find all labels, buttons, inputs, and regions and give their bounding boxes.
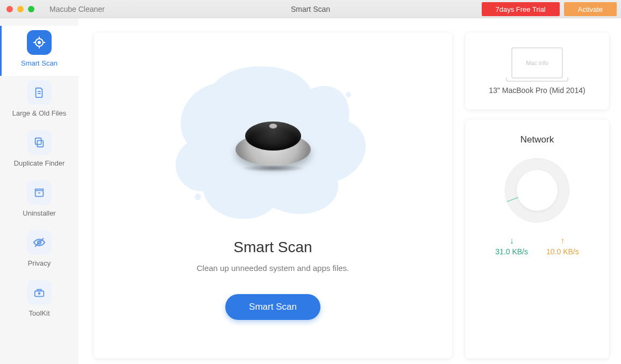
mac-info-illustration-text: Mac info [526,60,548,66]
sidebar: Smart Scan Large & Old Files Duplicate F… [0,18,78,364]
sidebar-item-smart-scan[interactable]: Smart Scan [0,26,78,76]
svg-point-15 [39,292,40,294]
sidebar-item-label: Large & Old Files [0,109,78,117]
main-subtitle: Clean up unneeded system and apps files. [197,263,349,273]
sidebar-item-large-old-files[interactable]: Large & Old Files [0,76,78,126]
network-gauge [505,158,569,223]
svg-point-1 [38,41,40,44]
mac-info-panel[interactable]: Mac info 13" MacBook Pro (Mid 2014) [465,32,609,110]
svg-rect-14 [35,291,44,296]
network-panel: Network ↓ 31.0 KB/s ↑ 10.0 KB/s [465,119,609,359]
close-window-button[interactable] [6,6,13,12]
sidebar-item-label: Smart Scan [0,59,78,67]
sidebar-item-toolkit[interactable]: ToolKit [0,276,78,326]
network-title: Network [520,134,554,145]
svg-rect-10 [35,190,44,196]
download-stat: ↓ 31.0 KB/s [495,237,528,256]
toolbox-icon [27,280,52,305]
sidebar-item-duplicate-finder[interactable]: Duplicate Finder [0,126,78,176]
smart-scan-button[interactable]: Smart Scan [225,294,320,320]
window-controls [6,6,34,12]
sidebar-item-label: Uninstaller [0,209,78,217]
minimize-window-button[interactable] [17,6,24,12]
file-icon [27,80,52,105]
app-name: Macube Cleaner [49,5,105,13]
robot-vacuum-icon [235,117,311,171]
sidebar-item-privacy[interactable]: Privacy [0,226,78,276]
sidebar-item-label: Privacy [0,259,78,267]
download-speed: 31.0 KB/s [495,247,528,256]
sidebar-item-label: ToolKit [0,309,78,317]
laptop-icon: Mac info [511,47,563,78]
copy-icon [27,130,52,155]
eye-off-icon [27,230,52,255]
svg-rect-9 [35,138,41,145]
svg-point-16 [195,194,201,200]
upload-speed: 10.0 KB/s [546,247,579,256]
sidebar-item-label: Duplicate Finder [0,159,78,167]
activate-button[interactable]: Activate [564,2,617,16]
fullscreen-window-button[interactable] [28,6,34,12]
arrow-down-icon: ↓ [495,237,528,245]
arrow-up-icon: ↑ [546,237,579,245]
target-icon [27,30,52,55]
upload-stat: ↑ 10.0 KB/s [546,237,579,256]
archive-icon [27,180,52,205]
main-title: Smart Scan [233,239,312,256]
main-area: Smart Scan Clean up unneeded system and … [78,18,621,364]
device-name: 13" MacBook Pro (Mid 2014) [489,86,585,95]
scan-illustration [149,52,397,229]
free-trial-button[interactable]: 7days Free Trial [482,2,560,16]
svg-point-17 [346,92,351,97]
svg-rect-8 [37,140,43,147]
sidebar-item-uninstaller[interactable]: Uninstaller [0,176,78,226]
titlebar: Macube Cleaner Smart Scan 7days Free Tri… [0,0,621,18]
smart-scan-panel: Smart Scan Clean up unneeded system and … [94,32,452,359]
